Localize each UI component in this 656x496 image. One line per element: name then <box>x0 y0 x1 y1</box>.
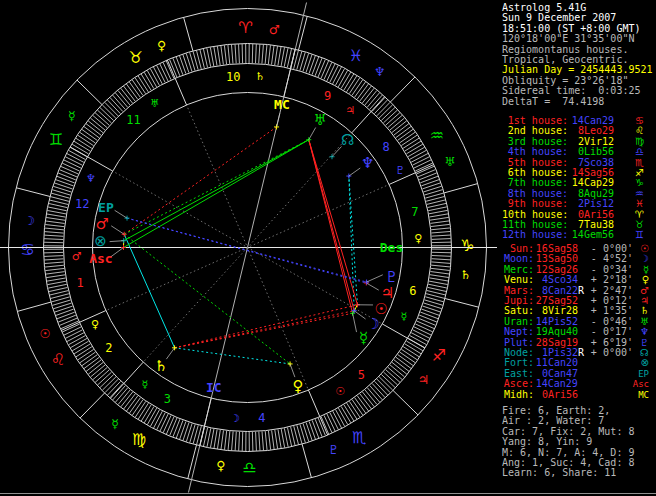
house-cusp-line-9 <box>352 97 385 133</box>
planet-icon: Asc <box>633 379 656 389</box>
pointer-line <box>115 210 127 218</box>
sign-glyph-virgo-icon: ♍ <box>132 430 146 449</box>
aspect-tri-Asce-Uran <box>124 140 309 248</box>
velocity-value <box>587 369 633 379</box>
element-stats: Fire: 6, Earth: 2,Air : 2, Water: 7Car: … <box>502 406 656 479</box>
house-ruler-2-icon: ♀ <box>91 318 99 331</box>
sign-boundary <box>445 299 479 308</box>
header-line-9: DeltaT = 74.4198 <box>502 97 656 107</box>
house-number-8: 8 <box>382 140 389 154</box>
house-ruler-9-icon: ♃ <box>345 104 355 117</box>
sign-glyph-libra-icon: ♎ <box>242 458 256 477</box>
house-number-2: 2 <box>105 341 112 355</box>
house-ruler-5-icon: ☉ <box>335 385 345 398</box>
planet-icon: MC <box>633 390 656 400</box>
velocity-value <box>587 390 633 400</box>
retrograde-flag <box>578 390 585 400</box>
sign-ruler-cancer-icon: ☽ <box>24 213 35 228</box>
pointer-line <box>290 364 295 377</box>
wheel-object-plut-icon: ♇ <box>385 268 398 286</box>
house-row-12: 12th house:14Gem56♊ <box>502 230 656 240</box>
retrograde-flag <box>578 265 585 275</box>
sign-boundary <box>444 184 478 193</box>
retrograde-flag <box>578 317 585 327</box>
sign-glyph-cancer-icon: ♋ <box>20 240 34 259</box>
retrograde-flag: R <box>578 286 585 296</box>
pointer-line <box>349 168 360 176</box>
house-ruler-12-icon: ♆ <box>86 172 96 185</box>
wheel-svg: ♈♂♉♀♊☿♋☽♌☉♍☿♎♀♏♇♐♃♑♄♒♅♓♆1♂2♀3☿4☽5☉6☿7♀8♇… <box>0 0 497 496</box>
house-number-3: 3 <box>164 392 171 406</box>
wheel-object-sun-icon: ☉ <box>374 300 387 318</box>
house-ruler-10-icon: ♄ <box>255 70 265 83</box>
aspect-squ-Satu-Moon <box>175 311 355 348</box>
axis-label-ic: IC <box>206 380 222 395</box>
wheel-object-midh-icon: MC <box>274 97 290 112</box>
wheel-object-east-icon: EP <box>98 200 114 215</box>
house-number-9: 9 <box>324 89 331 103</box>
planet-icon: EP <box>633 369 656 379</box>
pointer-line <box>111 226 124 234</box>
sign-icon: ♊ <box>614 230 656 240</box>
retrograde-flag <box>578 369 585 379</box>
sign-ruler-aquarius-icon: ♅ <box>444 154 455 169</box>
sign-boundary <box>188 445 197 479</box>
wheel-object-jupi-icon: ♃ <box>381 284 394 302</box>
retrograde-flag <box>578 327 585 337</box>
astrolog-window: { "colors":{ "white":"#ffffff","gray":"#… <box>0 0 656 496</box>
pointer-line <box>366 283 378 290</box>
sign-ruler-pisces-icon: ♆ <box>374 64 385 79</box>
sign-glyph-gemini-icon: ♊ <box>49 130 63 149</box>
sign-ruler-gemini-icon: ☿ <box>68 108 76 123</box>
house-number-11: 11 <box>126 113 140 127</box>
aspect-squ-Merc-Uran <box>309 140 353 314</box>
aspect-tri-Mars-Uran <box>124 140 309 235</box>
sign-glyph-aquarius-icon: ♒ <box>430 126 444 145</box>
wheel-object-node-icon: ☊ <box>341 131 354 149</box>
house-number-6: 6 <box>409 284 416 298</box>
sign-ruler-scorpio-icon: ♇ <box>328 442 339 457</box>
house-ruler-3-icon: ☿ <box>141 378 148 391</box>
sign-glyph-leo-icon: ♌ <box>51 350 65 369</box>
sign-boundary <box>16 188 50 197</box>
velocity-value <box>587 358 633 368</box>
house-cusp-value: 14Gem56 <box>568 230 614 240</box>
pointer-line <box>309 128 316 140</box>
retrograde-flag: R <box>578 348 585 358</box>
retrograde-flag <box>578 379 585 389</box>
sign-ruler-virgo-icon: ☿ <box>111 416 119 431</box>
house-number-5: 5 <box>358 368 365 382</box>
retrograde-flag <box>578 296 585 306</box>
house-ruler-8-icon: ♇ <box>395 164 405 177</box>
wheel-object-satu-icon: ♄ <box>154 357 167 375</box>
house-number-12: 12 <box>75 197 89 211</box>
aspect-squ-Satu-Sun <box>175 305 358 348</box>
sign-boundary <box>184 17 193 51</box>
chart-header: Astrolog 5.41GSun 9 December 200718:51:0… <box>502 3 656 107</box>
sign-boundary <box>80 393 105 418</box>
house-ruler-7-icon: ♀ <box>414 232 422 245</box>
window-edge <box>0 493 656 494</box>
sign-ruler-aries-icon: ♂ <box>269 22 280 37</box>
wheel-object-asce-icon: Asc <box>89 251 112 266</box>
wheel-object-venu-icon: ♀ <box>292 377 303 395</box>
aspect-sex-Venu-Satu <box>175 348 290 364</box>
aspect-squ-Sun-Uran <box>309 140 358 305</box>
aspect-squ-Midh-Mars <box>124 127 276 234</box>
wheel-object-mars-icon: ♂ <box>96 215 109 233</box>
sign-glyph-aries-icon: ♈ <box>238 18 252 37</box>
house-ruler-6-icon: ☿ <box>401 310 408 323</box>
velocity-value <box>587 379 633 389</box>
planet-icon: ⊗ <box>633 358 656 368</box>
sign-boundary <box>393 390 418 415</box>
chart-wheel: ♈♂♉♀♊☿♋☽♌☉♍☿♎♀♏♇♐♃♑♄♒♅♓♆1♂2♀3☿4☽5☉6☿7♀8♇… <box>0 0 497 496</box>
sign-glyph-scorpio-icon: ♏ <box>352 428 366 447</box>
house-ruler-11-icon: ♅ <box>150 97 160 110</box>
pointer-line <box>354 311 365 319</box>
sign-glyph-pisces-icon: ♓ <box>349 46 363 65</box>
sign-ruler-sagittarius-icon: ♃ <box>418 372 429 387</box>
sign-boundary <box>299 16 308 50</box>
sign-ruler-leo-icon: ☉ <box>39 326 50 341</box>
pointer-line <box>367 275 383 282</box>
object-row-midh: Midh:0Ari56MC <box>502 390 656 400</box>
